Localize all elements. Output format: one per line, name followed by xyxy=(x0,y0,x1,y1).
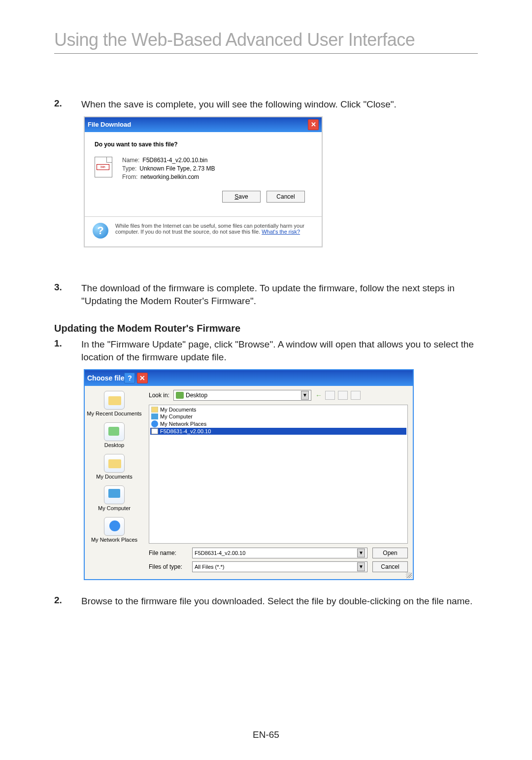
cancel-button[interactable]: Cancel xyxy=(266,191,305,203)
cancel-button[interactable]: Cancel xyxy=(372,561,408,572)
file-list[interactable]: My Documents My Computer My Network Plac… xyxy=(149,405,408,544)
sidebar-item-label: My Network Places xyxy=(85,537,144,543)
file-download-title: File Download xyxy=(88,121,131,128)
my-computer-icon xyxy=(104,485,125,504)
sidebar-computer[interactable]: My Computer xyxy=(85,485,144,511)
close-icon[interactable]: ✕ xyxy=(308,119,319,130)
my-documents-icon xyxy=(104,454,125,473)
warning-icon: ? xyxy=(93,223,108,239)
file-icon: bin xyxy=(95,157,112,177)
page-title: Using the Web-Based Advanced User Interf… xyxy=(54,30,478,50)
step-3-number: 3. xyxy=(54,282,81,308)
s2-step-2-number: 2. xyxy=(54,595,81,608)
file-download-question: Do you want to save this file? xyxy=(95,141,317,148)
name-value: F5D8631-4_v2.00.10.bin xyxy=(142,157,207,164)
title-divider xyxy=(54,53,478,54)
lookin-value: Desktop xyxy=(186,392,299,399)
s2-step-2-text: Browse to the firmware file you download… xyxy=(81,595,472,608)
type-value: Unknown File Type, 2.73 MB xyxy=(139,165,215,172)
chevron-down-icon[interactable]: ▼ xyxy=(357,562,365,571)
filetype-value: All Files (*.*) xyxy=(195,564,357,570)
computer-icon xyxy=(151,414,158,419)
open-button[interactable]: Open xyxy=(372,548,408,558)
globe-icon xyxy=(151,420,158,427)
filetype-label: Files of type: xyxy=(149,563,187,570)
whats-the-risk-link[interactable]: What's the risk? xyxy=(262,229,300,235)
view-menu-icon[interactable] xyxy=(351,391,361,400)
name-label: Name: xyxy=(122,157,139,164)
sidebar-item-label: My Computer xyxy=(85,505,144,511)
section-heading: Updating the Modem Router's Firmware xyxy=(54,323,478,334)
filename-input[interactable]: F5D8631-4_v2.00.10 ▼ xyxy=(192,548,367,558)
step-3-text: The download of the firmware is complete… xyxy=(81,282,478,308)
sidebar-desktop[interactable]: Desktop xyxy=(85,422,144,448)
file-download-dialog: File Download ✕ Do you want to save this… xyxy=(84,116,323,247)
sidebar-item-label: Desktop xyxy=(85,442,144,448)
filetype-dropdown[interactable]: All Files (*.*) ▼ xyxy=(192,561,367,572)
from-label: From: xyxy=(122,173,137,180)
sidebar-network[interactable]: My Network Places xyxy=(85,517,144,543)
sidebar-item-label: My Documents xyxy=(85,474,144,480)
s2-step-1-text: In the "Firmware Update" page, click "Br… xyxy=(81,338,478,364)
filename-value: F5D8631-4_v2.00.10 xyxy=(195,550,357,556)
up-folder-icon[interactable] xyxy=(325,391,335,400)
lookin-dropdown[interactable]: Desktop ▼ xyxy=(173,390,311,401)
close-icon[interactable]: ✕ xyxy=(137,373,148,383)
from-value: networking.belkin.com xyxy=(140,173,199,180)
list-item-selected[interactable]: F5D8631-4_v2.00.10 xyxy=(150,428,406,435)
sidebar-recent[interactable]: My Recent Documents xyxy=(85,391,144,416)
sidebar-documents[interactable]: My Documents xyxy=(85,454,144,480)
choose-file-dialog: Choose file ? ✕ My Recent Documents Desk… xyxy=(84,369,414,580)
desktop-icon xyxy=(104,422,125,441)
file-icon xyxy=(151,428,158,434)
s2-step-1-number: 1. xyxy=(54,338,81,364)
save-button[interactable]: SSaveave xyxy=(222,191,261,203)
chevron-down-icon[interactable]: ▼ xyxy=(301,391,309,400)
recent-documents-icon xyxy=(104,391,125,410)
new-folder-icon[interactable] xyxy=(338,391,348,400)
page-footer: EN-65 xyxy=(0,729,532,740)
lookin-label: Look in: xyxy=(149,392,169,399)
type-label: Type: xyxy=(122,165,136,172)
list-item[interactable]: My Computer xyxy=(150,413,406,420)
chevron-down-icon[interactable]: ▼ xyxy=(357,549,365,557)
sidebar-item-label: My Recent Documents xyxy=(85,411,144,416)
help-icon[interactable]: ? xyxy=(124,373,135,383)
folder-icon xyxy=(151,407,158,413)
desktop-mini-icon xyxy=(176,392,184,399)
step-2-number: 2. xyxy=(54,98,81,111)
filename-label: File name: xyxy=(149,550,187,556)
back-icon[interactable]: ← xyxy=(315,391,322,399)
my-network-places-icon xyxy=(104,517,125,536)
list-item[interactable]: My Documents xyxy=(150,406,406,413)
resize-grip-icon[interactable] xyxy=(406,572,412,578)
choose-file-title: Choose file xyxy=(87,374,124,382)
step-2-text: When the save is complete, you will see … xyxy=(81,98,397,111)
list-item[interactable]: My Network Places xyxy=(150,420,406,428)
